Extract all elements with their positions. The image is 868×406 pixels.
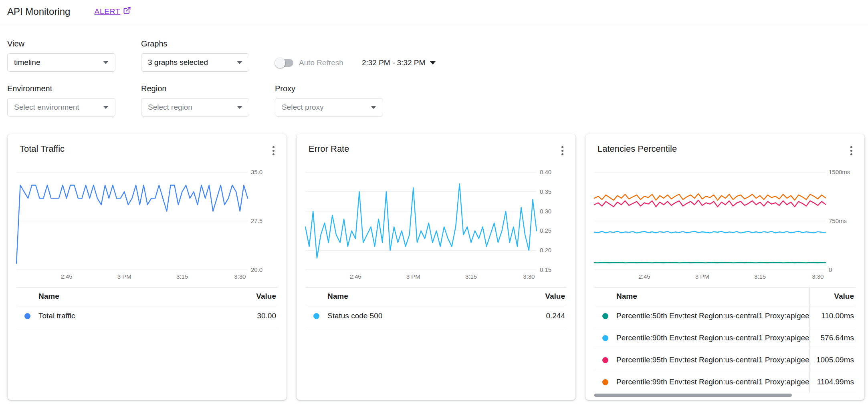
- environment-filter-group: Environment Select environment: [7, 84, 115, 117]
- y-axis-tick-label: 0.25: [540, 227, 551, 234]
- chart-series-line: [16, 185, 248, 263]
- toggle-knob: [275, 58, 285, 68]
- total-traffic-line-chart: 35.027.520.02:453 PM3:153:30: [8, 160, 287, 284]
- time-range-text: 2:32 PM - 3:32 PM: [362, 58, 425, 67]
- x-axis-tick-label: 3:30: [812, 273, 824, 280]
- x-axis-tick-label: 3:15: [754, 273, 766, 280]
- chart-series-line: [305, 184, 537, 258]
- alert-link[interactable]: ALERT: [94, 6, 131, 16]
- x-axis-tick-label: 2:45: [349, 273, 361, 280]
- table-header-row: Name Value: [305, 287, 567, 305]
- view-select[interactable]: timeline: [7, 53, 115, 72]
- x-axis-tick-label: 3:15: [465, 273, 477, 280]
- chevron-down-icon: [237, 106, 242, 109]
- y-axis-tick-label: 1500ms: [829, 169, 850, 175]
- card-title: Latencies Percentile: [598, 144, 677, 154]
- environment-select[interactable]: Select environment: [7, 98, 115, 117]
- series-color-dot: [24, 313, 30, 319]
- y-axis-tick-label: 27.5: [251, 217, 262, 224]
- series-value: 576.64ms: [809, 327, 856, 349]
- graphs-select[interactable]: 3 graphs selected: [141, 53, 249, 72]
- x-axis-tick-label: 3 PM: [117, 273, 131, 280]
- column-header-name: Name: [305, 288, 520, 305]
- chevron-down-icon: [103, 61, 109, 64]
- table-row: Status code 5000.244: [305, 305, 567, 327]
- environment-select-placeholder: Select environment: [14, 103, 79, 112]
- series-color-dot: [313, 313, 319, 319]
- series-value: 0.244: [520, 305, 567, 327]
- series-name: Percentile:50th Env:test Region:us-centr…: [616, 312, 809, 320]
- environment-label: Environment: [7, 84, 115, 93]
- series-color-dot: [602, 379, 608, 385]
- x-axis-tick-label: 2:45: [61, 273, 72, 280]
- column-header-value: Value: [231, 288, 278, 305]
- time-range-picker[interactable]: 2:32 PM - 3:32 PM: [362, 54, 436, 72]
- chart-series-line: [594, 200, 826, 207]
- auto-refresh-group: Auto Refresh: [275, 54, 343, 72]
- y-axis-tick-label: 20.0: [251, 266, 262, 273]
- column-header-name: Name: [594, 288, 809, 305]
- card-header: Latencies Percentile: [585, 134, 864, 158]
- x-axis-tick-label: 2:45: [638, 273, 650, 280]
- card-total-traffic: Total Traffic 35.027.520.02:453 PM3:153:…: [8, 134, 287, 400]
- table-row: Total traffic30.00: [16, 305, 278, 327]
- alert-link-label: ALERT: [94, 7, 120, 16]
- legend-table: Name Value Status code 5000.244: [305, 287, 567, 327]
- filter-row-1: View timeline Graphs 3 graphs selected A…: [7, 39, 861, 72]
- series-value: 1104.99ms: [809, 371, 856, 393]
- region-select[interactable]: Select region: [141, 98, 249, 117]
- series-name: Percentile:95th Env:test Region:us-centr…: [616, 356, 809, 364]
- chevron-down-icon: [237, 61, 242, 64]
- series-name: Percentile:99th Env:test Region:us-centr…: [616, 378, 809, 386]
- series-value: 30.00: [231, 305, 278, 327]
- series-value: 1005.09ms: [809, 349, 856, 371]
- chart-series-line: [594, 194, 826, 200]
- chart-series-line: [594, 263, 826, 263]
- card-header: Total Traffic: [8, 134, 287, 158]
- table-row: Percentile:90th Env:test Region:us-centr…: [594, 327, 856, 349]
- series-name: Percentile:90th Env:test Region:us-centr…: [616, 334, 809, 342]
- more-options-icon[interactable]: [557, 144, 567, 158]
- region-label: Region: [141, 84, 249, 93]
- filters-section: View timeline Graphs 3 graphs selected A…: [0, 23, 868, 117]
- y-axis-tick-label: 750ms: [829, 217, 847, 224]
- app-header: API Monitoring ALERT: [0, 0, 868, 23]
- x-axis-tick-label: 3:30: [523, 273, 535, 280]
- filter-row-2: Environment Select environment Region Se…: [7, 84, 861, 117]
- x-axis-tick-label: 3 PM: [406, 273, 420, 280]
- table-row: Percentile:95th Env:test Region:us-centr…: [594, 349, 856, 371]
- x-axis-tick-label: 3 PM: [695, 273, 709, 280]
- table-row: Percentile:99th Env:test Region:us-centr…: [594, 371, 856, 393]
- error-rate-line-chart: 0.400.350.300.250.200.152:453 PM3:153:30: [297, 160, 575, 284]
- region-select-placeholder: Select region: [148, 103, 192, 112]
- proxy-select[interactable]: Select proxy: [275, 98, 383, 117]
- series-name: Total traffic: [38, 312, 75, 320]
- auto-refresh-toggle[interactable]: [275, 59, 293, 67]
- more-options-icon[interactable]: [846, 144, 856, 158]
- series-name: Status code 500: [327, 312, 382, 320]
- chevron-down-icon: [103, 106, 109, 109]
- legend-table: Name Value Percentile:50th Env:test Regi…: [594, 287, 856, 393]
- table-body: Percentile:50th Env:test Region:us-centr…: [594, 305, 856, 393]
- y-axis-tick-label: 0.15: [540, 266, 551, 273]
- column-header-name: Name: [16, 288, 231, 305]
- series-value: 110.00ms: [809, 305, 856, 327]
- y-axis-tick-label: 0.40: [540, 169, 551, 175]
- auto-refresh-label: Auto Refresh: [299, 58, 343, 67]
- series-color-dot: [602, 313, 608, 319]
- column-header-value: Value: [809, 288, 856, 305]
- view-label: View: [7, 39, 115, 48]
- card-header: Error Rate: [297, 134, 575, 158]
- chevron-down-icon: [371, 106, 376, 109]
- graphs-label: Graphs: [141, 39, 249, 48]
- table-header-row: Name Value: [594, 287, 856, 305]
- more-options-icon[interactable]: [268, 144, 279, 158]
- proxy-label: Proxy: [275, 84, 383, 93]
- horizontal-scrollbar-thumb[interactable]: [594, 394, 792, 397]
- chevron-down-icon: [430, 61, 436, 64]
- x-axis-tick-label: 3:30: [234, 273, 246, 280]
- table-body: Status code 5000.244: [305, 305, 567, 327]
- y-axis-tick-label: 35.0: [251, 169, 262, 175]
- graphs-filter-group: Graphs 3 graphs selected: [141, 39, 249, 72]
- y-axis-tick-label: 0.35: [540, 188, 551, 195]
